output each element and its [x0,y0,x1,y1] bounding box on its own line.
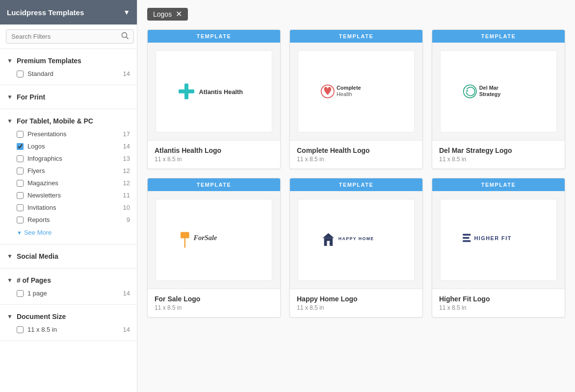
see-more-label: See More [24,229,52,236]
template-card-complete-health[interactable]: TEMPLATE Complete Health Complet [289,29,423,169]
filter-newsletters[interactable]: Newsletters 11 [0,189,137,201]
filter-magazines[interactable]: Magazines 12 [0,177,137,189]
filter-count-infographics: 13 [123,155,130,162]
section-doc-size: ▼ Document Size 11 x 8.5 in 14 [0,305,137,341]
filter-infographics[interactable]: Infographics 13 [0,152,137,165]
filter-1page[interactable]: 1 page 14 [0,287,137,299]
checkbox-magazines[interactable] [17,180,24,187]
filter-logos[interactable]: Logos 14 [0,140,137,152]
svg-marker-16 [323,233,334,238]
checkbox-flyers[interactable] [17,168,24,174]
filter-label-standard: Standard [27,70,53,77]
template-preview-for-sale: ForSale [148,191,280,289]
svg-text:Strategy: Strategy [479,91,501,97]
filter-presentations[interactable]: Presentations 17 [0,128,137,140]
filter-label-flyers: Flyers [27,167,45,174]
active-filter-label: Logos [153,10,172,18]
template-card-for-sale[interactable]: TEMPLATE ForSale For Sale Logo [147,178,281,318]
svg-point-19 [329,243,330,244]
section-label-premium: Premium Templates [17,57,81,65]
section-header-for-print[interactable]: ▼ For Print [0,90,137,104]
sidebar: Lucidpress Templates ▼ ▼ Premium Templat… [0,0,137,392]
arrow-icon: ▼ [7,57,13,64]
filter-standard[interactable]: Standard 14 [0,68,137,80]
filter-count-newsletters: 11 [123,192,130,199]
chevron-down-icon: ▼ [17,230,22,236]
checkbox-1page[interactable] [17,290,24,297]
filter-label-11x85: 11 x 8.5 in [27,326,57,333]
template-size-del-mar: 11 x 8.5 in [439,156,558,163]
svg-rect-3 [184,84,188,99]
svg-text:Complete: Complete [337,85,361,91]
template-preview-higher-fit: HIGHER FIT [432,191,565,289]
section-header-social[interactable]: ▼ Social Media [0,249,137,263]
search-input[interactable] [6,29,134,44]
template-title-happy-home: Happy Home Logo [297,295,416,303]
filter-label-reports: Reports [27,216,50,223]
filter-count-magazines: 12 [123,179,130,187]
section-premium-templates: ▼ Premium Templates Standard 14 [0,49,137,85]
filter-label-infographics: Infographics [27,155,62,162]
template-size-atlantis: 11 x 8.5 in [155,156,273,163]
svg-text:Del Mar: Del Mar [479,85,499,91]
remove-filter-button[interactable]: ✕ [176,10,182,18]
arrow-icon-pages: ▼ [7,277,13,284]
template-info-complete-health: Complete Health Logo 11 x 8.5 in [290,141,422,169]
svg-text:Health: Health [337,91,352,97]
search-button[interactable] [119,30,131,44]
sidebar-header[interactable]: Lucidpress Templates ▼ [0,0,137,24]
template-size-higher-fit: 11 x 8.5 in [439,304,558,311]
filter-label-magazines: Magazines [27,179,58,187]
template-info-higher-fit: Higher Fit Logo 11 x 8.5 in [432,289,565,317]
svg-text:HAPPY HOME: HAPPY HOME [339,236,374,241]
template-title-higher-fit: Higher Fit Logo [439,295,558,303]
section-label-for-tablet: For Tablet, Mobile & PC [17,117,93,125]
section-header-docsize[interactable]: ▼ Document Size [0,310,137,323]
template-card-del-mar[interactable]: TEMPLATE Del Mar Strategy [432,29,565,169]
section-header-for-tablet[interactable]: ▼ For Tablet, Mobile & PC [0,114,137,128]
checkbox-invitations[interactable] [17,204,24,211]
template-header-atlantis: TEMPLATE [148,30,280,43]
arrow-icon-social: ▼ [7,253,13,260]
template-card-happy-home[interactable]: TEMPLATE HAPPY HOME [289,178,423,318]
checkbox-11x85[interactable] [17,326,24,333]
section-for-print: ▼ For Print [0,85,137,109]
section-label-for-print: For Print [17,93,45,101]
filter-count-flyers: 12 [123,167,130,174]
arrow-icon-tablet: ▼ [7,118,13,124]
search-bar [0,24,137,49]
filter-invitations[interactable]: Invitations 10 [0,201,137,214]
checkbox-standard[interactable] [17,71,24,77]
template-preview-complete-health: Complete Health [290,43,422,141]
template-title-complete-health: Complete Health Logo [297,147,416,154]
template-size-happy-home: 11 x 8.5 in [297,304,416,311]
checkbox-presentations[interactable] [17,131,24,138]
template-header-del-mar: TEMPLATE [432,30,565,43]
checkbox-logos[interactable] [17,143,24,150]
filter-count-reports: 9 [127,216,130,223]
filter-label-newsletters: Newsletters [27,192,61,199]
template-card-higher-fit[interactable]: TEMPLATE HIGHER FIT Higher Fit [432,178,565,318]
section-num-pages: ▼ # of Pages 1 page 14 [0,269,137,305]
svg-text:ForSale: ForSale [193,234,217,242]
dropdown-icon[interactable]: ▼ [123,8,130,16]
svg-text:Atlantis Health: Atlantis Health [199,88,243,96]
template-grid: TEMPLATE Atlantis Health Atlantis Health… [147,29,565,318]
filter-11x85[interactable]: 11 x 8.5 in 14 [0,323,137,336]
section-header-premium[interactable]: ▼ Premium Templates [0,54,137,68]
search-icon [121,32,129,40]
template-size-complete-health: 11 x 8.5 in [297,156,416,163]
svg-text:HIGHER FIT: HIGHER FIT [474,235,512,241]
active-filter-tag[interactable]: Logos ✕ [147,8,188,21]
svg-line-1 [127,37,129,39]
checkbox-newsletters[interactable] [17,192,24,199]
template-card-atlantis[interactable]: TEMPLATE Atlantis Health Atlantis Health… [147,29,281,169]
see-more-button[interactable]: ▼ See More [0,226,137,239]
checkbox-reports[interactable] [17,217,24,223]
filter-reports[interactable]: Reports 9 [0,214,137,226]
section-label-pages: # of Pages [17,276,51,284]
filter-flyers[interactable]: Flyers 12 [0,165,137,177]
section-header-pages[interactable]: ▼ # of Pages [0,273,137,287]
filter-count-standard: 14 [123,70,130,77]
checkbox-infographics[interactable] [17,155,24,162]
